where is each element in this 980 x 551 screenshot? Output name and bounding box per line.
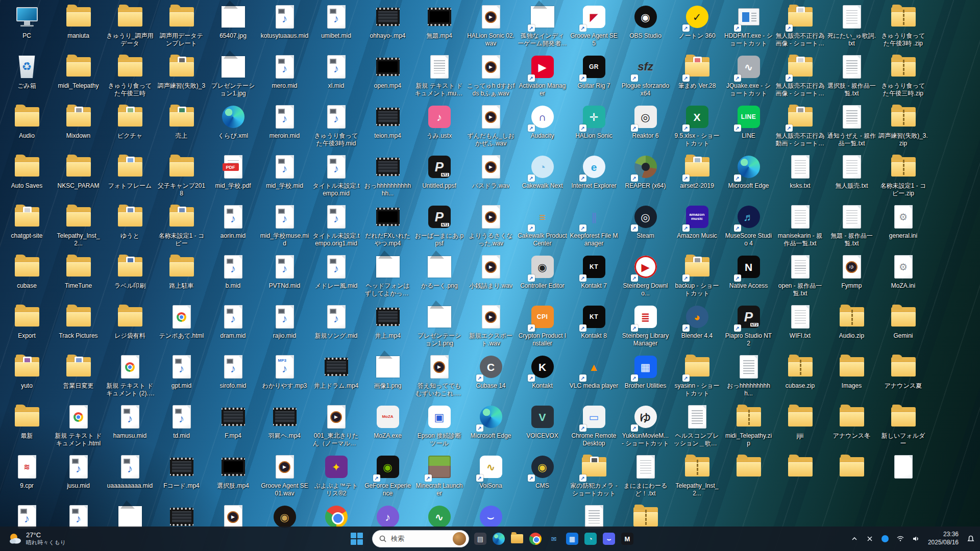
desktop-icon[interactable]: 無題 - 親作品一覧.txt <box>826 203 877 253</box>
desktop-icon[interactable]: 名称未設定1 - コピー <box>156 203 207 253</box>
desktop-icon[interactable]: ↗Microsoft Edge <box>723 153 774 203</box>
desktop-icon[interactable]: おっhhhhhhhhhhhh... <box>362 153 413 203</box>
desktop-icon[interactable]: 無題.mp4 <box>413 3 465 53</box>
desktop-icon[interactable]: きゅうり食ってた午後三時 <box>104 53 156 103</box>
desktop-icon[interactable]: open.mp4 <box>362 53 413 103</box>
desktop-icon[interactable]: ▶答え知ってでもむずいわこれ.wav <box>413 353 465 403</box>
desktop-icon[interactable]: ♪umibet.mid <box>310 3 362 53</box>
desktop-icon[interactable]: 新規 テキスト ドキュメント (2).html <box>104 353 156 403</box>
desktop-icon[interactable]: 新しいフォルダー <box>877 403 929 453</box>
desktop-icon[interactable]: PC <box>1 3 53 53</box>
desktop-icon[interactable]: ♪メドレー風.mid <box>310 253 362 303</box>
desktop-icon[interactable]: ♪td.mid <box>156 403 207 453</box>
desktop-icon[interactable]: F.mp4 <box>207 403 259 453</box>
desktop-icon[interactable]: 新規 テキスト ドキュメント.musicxml <box>413 53 465 103</box>
desktop-icon[interactable]: Telepathy_Inst_2... <box>671 453 723 503</box>
desktop-icon[interactable]: cubase <box>1 253 53 303</box>
desktop-icon[interactable]: ∿↗JQuake.exe - ショートカット <box>723 53 774 103</box>
desktop-icon[interactable]: ♪mid_学校muse.mid <box>259 203 310 253</box>
desktop-icon[interactable]: ▶↗Activation Manager <box>517 53 568 103</box>
desktop-icon[interactable]: N↗Native Access <box>723 253 774 303</box>
desktop-icon[interactable]: ▶001_東北きりたん（ノーマル）_今じゃ... <box>310 403 362 453</box>
desktop-icon[interactable]: ↗無人販売不正行為画像 - ショートカッ... <box>774 3 826 53</box>
desktop-icon[interactable]: アナウンス冬 <box>826 403 877 453</box>
desktop-icon[interactable]: Fコード.mp4 <box>156 453 207 503</box>
desktop-icon[interactable]: 売上 <box>156 103 207 153</box>
desktop-icon[interactable]: ♪b.mid <box>207 253 259 303</box>
desktop-icon[interactable]: ♪うみ.ustx <box>413 103 465 153</box>
desktop-icon[interactable]: ↗Microsoft Edge <box>465 403 517 453</box>
desktop-icon[interactable]: Audio <box>1 103 53 153</box>
desktop-icon[interactable]: 最新 <box>1 403 53 453</box>
desktop-icon[interactable]: ▶新規エクスポート.wav <box>465 303 517 353</box>
desktop-icon[interactable]: ♪xl.mid <box>310 53 362 103</box>
notification-bell-icon[interactable] <box>964 529 978 549</box>
desktop-icon[interactable]: MoZAMoZA.exe <box>362 403 413 453</box>
desktop-icon[interactable]: 無人販売.txt <box>826 153 877 203</box>
desktop-icon[interactable]: 営業日変更 <box>53 353 104 403</box>
desktop-icon[interactable]: ◉↗CMS <box>517 453 568 503</box>
taskbar-app-chrome[interactable] <box>529 533 542 545</box>
desktop-icon[interactable]: ◔↗Cakewalk Next <box>517 153 568 203</box>
desktop-icon[interactable]: アナウンス夏 <box>877 353 929 403</box>
desktop-icon[interactable]: ▦↗Brother Utilities <box>620 353 671 403</box>
desktop-icon[interactable]: 選択肢.mp4 <box>207 453 259 503</box>
desktop-icon[interactable]: 通知うぜえ - 親作品一覧.txt <box>826 103 877 153</box>
desktop-icon[interactable]: ♪meroin.mid <box>259 103 310 153</box>
desktop-icon[interactable]: ▶よりうるさくなった.wav <box>465 203 517 253</box>
desktop-icon[interactable]: ▶バスドラ.wav <box>465 153 517 203</box>
desktop-icon[interactable]: ラベル印刷 <box>104 253 156 303</box>
desktop-icon[interactable]: ♪hamusu.mid <box>104 403 156 453</box>
desktop-icon[interactable]: ▶ずんだもん_しおかぜふ.wav <box>465 103 517 153</box>
desktop-icon[interactable]: ↗筆まめ Ver.28 <box>671 53 723 103</box>
desktop-icon[interactable]: まにまにわーるど！.txt <box>620 453 671 503</box>
desktop-icon[interactable]: 井上.mp4 <box>362 303 413 353</box>
desktop-icon[interactable]: ↗孤独なインディーゲーム開発者の一生 ... <box>517 3 568 53</box>
desktop-icon[interactable]: ◎↗Steam <box>620 203 671 253</box>
desktop-icon[interactable]: 父子キャンプ2018 <box>156 153 207 203</box>
desktop-icon[interactable]: 調声練習(失敗)_3 <box>156 53 207 103</box>
desktop-icon[interactable]: ♪rajio.mid <box>259 303 310 353</box>
desktop-icon[interactable]: ∥↗Keepforest File Manager <box>568 203 620 253</box>
desktop-icon[interactable] <box>877 453 929 503</box>
desktop-icon[interactable]: ≡↗Cakewalk Product Center <box>517 203 568 253</box>
desktop-icon[interactable]: ▶こってゅh dすおf ds bふぁ.wav <box>465 53 517 103</box>
desktop-icon[interactable]: ↗syasinn - ショートカット <box>671 353 723 403</box>
start-button[interactable] <box>347 529 367 549</box>
desktop-icon[interactable]: ♪aorin.mid <box>207 203 259 253</box>
desktop-icon[interactable]: 井上ドラム.mp4 <box>310 353 362 403</box>
desktop-icon[interactable]: PNT2↗Piapro Studio NT2 <box>723 303 774 353</box>
desktop-icon[interactable]: VVOICEVOX <box>517 403 568 453</box>
desktop-icon[interactable]: PDFmid_学校.pdf <box>207 153 259 203</box>
desktop-icon[interactable]: K↗Kontakt <box>517 353 568 403</box>
desktop-icon[interactable]: ♪タイトル未設定.tempo.mid <box>310 153 362 203</box>
desktop-icon[interactable]: LINE↗LINE <box>723 103 774 153</box>
desktop-icon[interactable]: WIFI.txt <box>774 303 826 353</box>
search-input[interactable]: 検索 <box>372 530 469 547</box>
desktop-icon[interactable]: teion.mp4 <box>362 103 413 153</box>
desktop-icon[interactable]: ゆFymmp <box>826 253 877 303</box>
desktop-icon[interactable]: ksks.txt <box>774 153 826 203</box>
desktop-icon[interactable]: ▭↗Chrome Remote Desktop <box>568 403 620 453</box>
search-highlight-avatar[interactable] <box>453 532 466 545</box>
desktop-icon[interactable]: GR↗Guitar Rig 7 <box>568 53 620 103</box>
taskbar-app-window-app[interactable]: ▤ <box>474 533 486 545</box>
desktop-icon[interactable]: jijii <box>774 403 826 453</box>
desktop-icon[interactable]: ↗無人販売不正行為画像 - ショートカット <box>774 53 826 103</box>
volume-icon[interactable] <box>909 529 923 549</box>
desktop-icon[interactable]: PNT2おーばーまにあ.ppsf <box>413 203 465 253</box>
desktop-icon[interactable]: フォトフレーム <box>104 153 156 203</box>
desktop-icon[interactable]: Track Pictures <box>53 303 104 353</box>
desktop-icon[interactable]: ✦ぷよぷよ™テトリス®2 <box>310 453 362 503</box>
desktop-icon[interactable]: ◉↗Controller Editor <box>517 253 568 303</box>
wifi-icon[interactable] <box>893 529 908 549</box>
desktop-icon[interactable] <box>826 453 877 503</box>
desktop-icon[interactable]: ♪PVTNd.mid <box>259 253 310 303</box>
desktop-icon[interactable]: NKSC_PARAM <box>53 153 104 203</box>
desktop-icon[interactable]: yuto <box>1 353 53 403</box>
desktop-icon[interactable]: ↗Minecraft Launcher <box>413 453 465 503</box>
desktop-icon[interactable]: だれだFXいれたやつ.mp4 <box>362 203 413 253</box>
desktop-icon[interactable]: ♬↗MuseScore Studio 4 <box>723 203 774 253</box>
desktop-icon[interactable]: ✛↗HALion Sonic <box>568 103 620 153</box>
desktop-icon[interactable]: ♪タイトル未設定.tempo.orig1.mid <box>310 203 362 253</box>
